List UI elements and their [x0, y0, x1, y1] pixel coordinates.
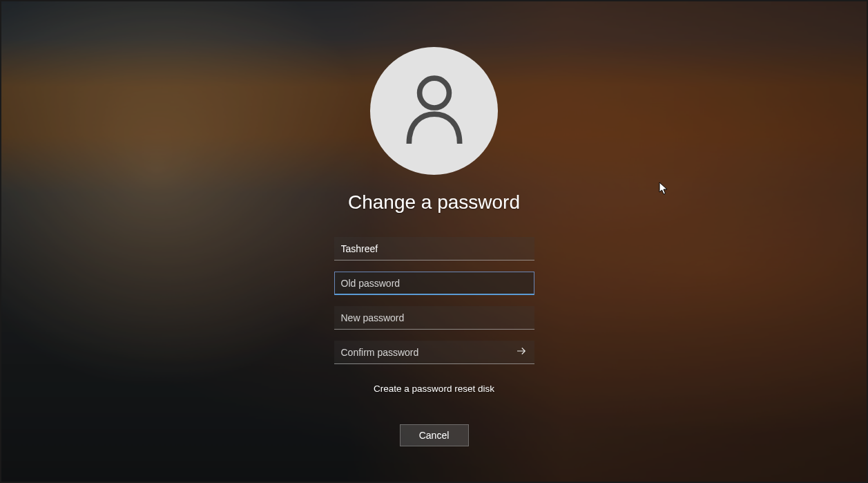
submit-arrow-button[interactable] [508, 341, 534, 364]
username-field[interactable] [334, 237, 534, 261]
arrow-right-icon [515, 345, 528, 360]
page-title: Change a password [348, 191, 520, 214]
fields-container [334, 237, 534, 364]
user-avatar [370, 47, 498, 175]
old-password-field-row [334, 272, 534, 295]
user-icon [401, 72, 468, 151]
cancel-button[interactable]: Cancel [400, 424, 469, 446]
reset-disk-link[interactable]: Create a password reset disk [374, 383, 494, 394]
confirm-password-field-row [334, 341, 534, 364]
username-field-row [334, 237, 534, 261]
new-password-field[interactable] [334, 306, 534, 330]
old-password-field[interactable] [334, 272, 534, 295]
new-password-field-row [334, 306, 534, 330]
confirm-password-field[interactable] [334, 341, 534, 364]
svg-point-0 [419, 78, 449, 108]
change-password-panel: Change a password Create a password rese… [0, 0, 868, 483]
cancel-button-label: Cancel [419, 430, 450, 441]
